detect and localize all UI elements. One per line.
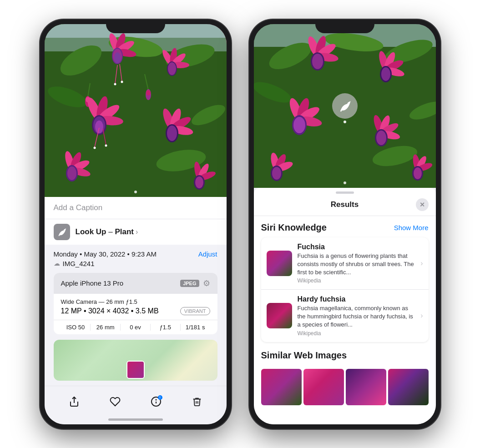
share-button[interactable] [64,392,84,412]
svg-point-54 [114,83,116,85]
map-thumbnail-image [127,362,144,378]
svg-point-58 [93,146,96,149]
left-phone: Add a Caption Look Up – Plant › Monday •… [40,20,231,429]
similar-image-2[interactable] [303,369,344,405]
svg-point-91 [293,117,305,133]
device-badges: JPEG ⚙ [180,278,210,288]
svg-point-107 [414,167,422,179]
device-header: Apple iPhone 13 Pro JPEG ⚙ [54,273,217,294]
device-card: Apple iPhone 13 Pro JPEG ⚙ Wide Camera —… [54,273,217,334]
svg-point-47 [67,166,76,180]
filename-text: IMG_4241 [63,260,95,267]
knowledge-item-2[interactable]: Hardy fuchsia Fuchsia magellanica, commo… [261,290,429,342]
svg-point-41 [167,126,177,141]
svg-point-85 [381,67,390,81]
sheet-content: Siri Knowledge Show More Fuchsia Fuchsia… [254,216,436,424]
svg-point-97 [376,131,386,145]
device-details: Wide Camera — 26 mm ƒ1.5 12 MP • 3024 × … [54,294,217,320]
show-more-button[interactable]: Show More [394,224,429,232]
lookup-label: Look Up – Plant [76,227,134,237]
knowledge-card: Fuchsia Fuchsia is a genus of flowering … [261,237,429,342]
mp-row: 12 MP • 3024 × 4032 • 3.5 MB VIBRANT [61,307,210,315]
svg-point-52 [195,176,203,188]
siri-knowledge-title: Siri Knowledge [261,222,327,233]
exif-aperture: ƒ1.5 [151,324,181,331]
caption-area[interactable]: Add a Caption [45,197,227,219]
lookup-icon [54,224,70,240]
trash-icon [192,397,202,407]
fuchsia-text: Fuchsia Fuchsia is a genus of flowering … [298,243,417,284]
svg-point-56 [121,81,123,83]
similar-header: Similar Web Images [261,344,429,365]
fuchsia-source: Wikipedia [298,277,417,284]
exif-focal: 26 mm [91,324,121,331]
right-page-indicator [344,181,346,184]
favorite-button[interactable] [105,392,125,412]
right-phone: Results ✕ Siri Knowledge Show More Fuchs… [249,20,440,429]
exif-iso: ISO 50 [61,324,91,331]
date-text: Monday • May 30, 2022 • 9:23 AM [54,250,157,258]
hardy-fuchsia-chevron-icon: › [420,312,423,320]
hardy-fuchsia-name: Hardy fuchsia [298,295,417,303]
flower-svg [45,24,227,197]
info-badge-container: i [151,396,162,407]
svg-point-79 [312,54,323,69]
info-button[interactable]: i [146,392,166,412]
similar-title: Similar Web Images [261,350,347,361]
lookup-row[interactable]: Look Up – Plant › [45,219,227,245]
right-photo-area [254,24,436,188]
jpeg-badge: JPEG [180,280,199,287]
svg-point-16 [114,52,121,63]
fuchsia-desc: Fuchsia is a genus of flowering plants t… [298,252,417,277]
close-button[interactable]: ✕ [416,198,429,211]
home-indicator [45,415,227,424]
svg-point-102 [272,167,281,180]
sheet-title: Results [274,200,416,209]
photo-area[interactable] [45,24,227,197]
leaf-icon [57,227,67,237]
right-notch [315,20,374,33]
adjust-button[interactable]: Adjust [198,250,217,258]
home-bar [108,418,163,421]
page-indicator [134,191,137,193]
notch [106,20,165,33]
map-area[interactable] [54,340,217,381]
hardy-fuchsia-source: Wikipedia [298,330,417,337]
sheet-header: Results ✕ [254,194,436,216]
delete-button[interactable] [187,392,207,412]
hardy-fuchsia-desc: Fuchsia magellanica, commonly known as t… [298,304,417,329]
heart-icon [110,396,121,407]
exif-ev: 0 ev [121,324,151,331]
siri-dot [344,121,346,123]
siri-lookup-button[interactable] [332,93,358,119]
hardy-fuchsia-text: Hardy fuchsia Fuchsia magellanica, commo… [298,295,417,337]
similar-image-3[interactable] [346,369,386,405]
similar-image-4[interactable] [388,369,429,405]
vibrant-badge: VIBRANT [180,307,210,315]
flower-photo [45,24,227,197]
share-icon [69,396,80,407]
svg-point-22 [168,62,176,75]
svg-point-60 [105,144,107,146]
fuchsia-name: Fuchsia [298,243,417,251]
camera-detail: Wide Camera — 26 mm ƒ1.5 [61,298,210,305]
fuchsia-chevron-icon: › [420,259,423,267]
info-section: Add a Caption Look Up – Plant › Monday •… [45,197,227,386]
left-screen: Add a Caption Look Up – Plant › Monday •… [45,24,227,424]
fuchsia-thumbnail [267,251,292,276]
cloud-icon: ☁ [54,260,60,267]
hardy-fuchsia-thumbnail [267,303,292,328]
leaf-siri-icon [338,99,352,113]
knowledge-item-1[interactable]: Fuchsia Fuchsia is a genus of flowering … [261,237,429,290]
toolbar: i [45,386,227,415]
similar-section: Similar Web Images [261,344,429,405]
exif-shutter: 1/181 s [181,324,210,331]
exif-row: ISO 50 26 mm 0 ev ƒ1.5 1/181 s [54,320,217,334]
device-name-text: Apple iPhone 13 Pro [61,279,124,287]
date-row: Monday • May 30, 2022 • 9:23 AM Adjust [54,250,217,258]
similar-image-1[interactable] [261,369,302,405]
results-sheet: Results ✕ Siri Knowledge Show More Fuchs… [254,188,436,424]
right-screen: Results ✕ Siri Knowledge Show More Fuchs… [254,24,436,424]
siri-knowledge-header: Siri Knowledge Show More [261,216,429,237]
settings-icon: ⚙ [203,278,210,288]
